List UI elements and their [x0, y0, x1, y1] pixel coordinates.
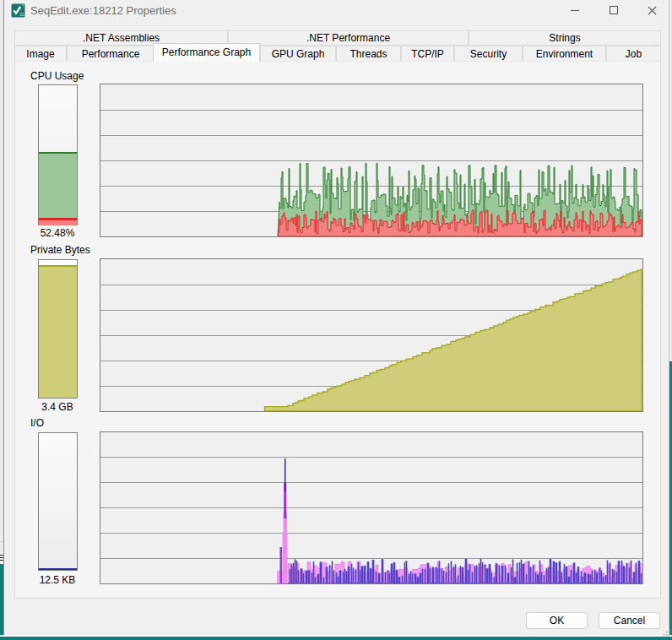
svg-text:22: 22 — [19, 12, 24, 17]
